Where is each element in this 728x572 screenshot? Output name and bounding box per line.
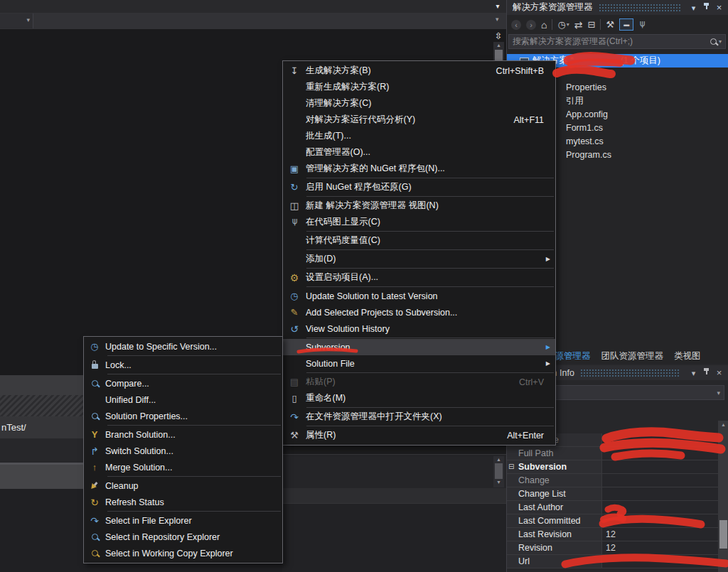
menu-item[interactable]: ▣管理解决方案的 NuGet 程序包(N)... bbox=[283, 161, 555, 177]
chevron-down-icon[interactable]: ▾ bbox=[496, 16, 499, 23]
menu-item-label: 计算代码度量值(C) bbox=[306, 234, 555, 247]
vertical-scrollbar[interactable]: ▲ bbox=[493, 42, 504, 62]
menu-item[interactable]: Solution Properties... bbox=[84, 408, 282, 424]
back-icon[interactable]: ‹ bbox=[511, 20, 521, 30]
menu-separator bbox=[306, 407, 554, 408]
splitter-handle[interactable]: ⇳ bbox=[491, 30, 505, 42]
menu-item[interactable]: ◫新建 解决方案资源管理器 视图(N) bbox=[283, 198, 555, 214]
scroll-thumb[interactable] bbox=[495, 463, 503, 479]
chevron-down-icon[interactable]: ▾ bbox=[492, 1, 503, 11]
property-row[interactable]: Full Path bbox=[507, 447, 718, 460]
menu-item[interactable]: ◷Update Solution to Latest Version bbox=[283, 288, 555, 304]
menu-item[interactable]: ↧生成解决方案(B)Ctrl+Shift+B bbox=[283, 63, 555, 79]
menu-item[interactable]: ↺View Solution History bbox=[283, 320, 555, 337]
menu-separator bbox=[107, 425, 281, 426]
code-structure-icon: ⋔ bbox=[291, 217, 299, 227]
menu-item[interactable]: Solution File▶ bbox=[283, 355, 555, 372]
menu-item[interactable]: 批生成(T)... bbox=[283, 128, 555, 144]
menu-item[interactable]: Subversion▶ bbox=[283, 339, 555, 355]
menu-item[interactable]: Lock... bbox=[84, 357, 282, 373]
grid-scrollbar[interactable]: ▲ bbox=[718, 421, 728, 572]
menu-item[interactable]: ▯重命名(M) bbox=[283, 390, 555, 406]
code-structure-icon[interactable]: ⋔ bbox=[638, 20, 646, 29]
search-icon[interactable]: ▾ bbox=[710, 38, 725, 45]
nuget-restore-icon: ↻ bbox=[291, 183, 299, 192]
collapse-expander-icon[interactable]: ⊟ bbox=[508, 460, 517, 473]
select-repo-icon bbox=[84, 534, 105, 540]
menu-item[interactable]: ⚒属性(R)Alt+Enter bbox=[283, 427, 555, 443]
scroll-thumb[interactable] bbox=[719, 520, 727, 549]
home-icon[interactable]: ⌂ bbox=[541, 20, 547, 30]
show-all-files-icon[interactable]: ▬ bbox=[619, 18, 633, 31]
menu-item[interactable]: ▤粘贴(P)Ctrl+V bbox=[283, 374, 555, 390]
panel-title: 解决方案资源管理器 bbox=[513, 1, 593, 14]
menu-item[interactable]: 重新生成解决方案(R) bbox=[283, 79, 555, 95]
menu-item[interactable]: Unified Diff... bbox=[84, 392, 282, 408]
tab-inactive[interactable]: 团队资源管理器 bbox=[601, 350, 664, 362]
menu-item-label: 设置启动项目(A)... bbox=[306, 271, 555, 284]
menu-item[interactable]: ↻Refresh Status bbox=[84, 494, 282, 510]
property-row[interactable]: Last Author bbox=[507, 501, 718, 514]
menu-item[interactable]: ↻启用 NuGet 程序包还原(G) bbox=[283, 179, 555, 195]
menu-item[interactable]: ✎Add Selected Projects to Subversion... bbox=[283, 304, 555, 320]
menu-item[interactable]: ◷Update to Specific Version... bbox=[84, 338, 282, 355]
scroll-down-icon[interactable]: ▼ bbox=[493, 479, 504, 486]
menu-item[interactable]: ↷在文件资源管理器中打开文件夹(X) bbox=[283, 409, 555, 425]
menu-item[interactable]: 配置管理器(O)... bbox=[283, 144, 555, 161]
menu-item[interactable]: ↷Select in File Explorer bbox=[84, 512, 282, 529]
properties-icon[interactable]: ⚒ bbox=[606, 20, 614, 29]
menu-item[interactable]: ↱Switch Solution... bbox=[84, 443, 282, 459]
property-label: Full Path bbox=[507, 447, 601, 460]
menu-item[interactable]: 计算代码度量值(C) bbox=[283, 232, 555, 249]
property-row[interactable]: Last Committed bbox=[507, 514, 718, 528]
menu-item[interactable]: ⋔在代码图上显示(C) bbox=[283, 214, 555, 230]
lock-icon bbox=[92, 361, 98, 369]
show-all-files-icon: ▬ bbox=[619, 18, 633, 31]
listbox-scrollbar[interactable]: ▲▼ bbox=[493, 456, 504, 487]
pin-icon[interactable] bbox=[701, 1, 712, 14]
property-row[interactable]: ⊟Subversion bbox=[507, 460, 718, 474]
property-row[interactable]: Change bbox=[507, 474, 718, 487]
property-row[interactable]: Last Revision12 bbox=[507, 528, 718, 541]
close-icon[interactable]: × bbox=[714, 1, 724, 14]
solution-explorer-titlebar[interactable]: 解决方案资源管理器 ▾ × bbox=[507, 0, 728, 15]
scroll-thumb[interactable] bbox=[495, 50, 503, 60]
scroll-up-icon[interactable]: ▲ bbox=[493, 456, 504, 463]
menu-item[interactable]: Compare... bbox=[84, 375, 282, 392]
menu-item-label: Select in File Explorer bbox=[105, 516, 282, 526]
menu-item-label: Solution File bbox=[306, 359, 555, 369]
forward-icon[interactable]: › bbox=[526, 20, 536, 30]
pending-changes-filter-icon[interactable]: ◷▾ bbox=[557, 20, 569, 29]
scroll-up-icon[interactable]: ▲ bbox=[493, 42, 504, 49]
chevron-down-icon[interactable]: ▾ bbox=[688, 367, 699, 379]
menu-item[interactable]: YBranch Solution... bbox=[84, 426, 282, 443]
menu-item[interactable]: Select in Working Copy Explorer bbox=[84, 545, 282, 561]
menu-item[interactable]: 对解决方案运行代码分析(Y)Alt+F11 bbox=[283, 112, 555, 128]
menu-item[interactable]: Select in Repository Explorer bbox=[84, 529, 282, 545]
chevron-down-icon[interactable]: ▾ bbox=[688, 1, 699, 14]
menu-item-label: Lock... bbox=[105, 360, 282, 370]
menu-item[interactable]: 添加(D)▶ bbox=[283, 251, 555, 267]
tab-inactive[interactable]: 类视图 bbox=[674, 350, 701, 362]
menu-item[interactable]: ⚙设置启动项目(A)... bbox=[283, 269, 555, 286]
property-row[interactable]: Change List bbox=[507, 487, 718, 501]
collapse-all-icon[interactable]: ⊟ bbox=[588, 20, 596, 29]
solution-properties-icon bbox=[84, 413, 105, 419]
sync-with-active-document-icon[interactable]: ⇄ bbox=[574, 20, 583, 30]
property-row[interactable]: Revision12 bbox=[507, 541, 718, 555]
pin-icon[interactable] bbox=[701, 367, 712, 379]
menu-item-label: Switch Solution... bbox=[105, 446, 282, 456]
property-row[interactable]: Url bbox=[507, 555, 718, 568]
menu-item[interactable]: Cleanup bbox=[84, 477, 282, 494]
menu-item[interactable]: 清理解决方案(C) bbox=[283, 95, 555, 112]
compare-icon bbox=[84, 380, 105, 387]
property-value bbox=[601, 487, 718, 500]
background-panel bbox=[282, 503, 506, 572]
toolbar-dropdown[interactable]: ▾ bbox=[0, 14, 33, 28]
menu-item-label: Select in Working Copy Explorer bbox=[105, 549, 282, 558]
search-input[interactable]: 搜索解决方案资源管理器(Ctrl+;) ▾ bbox=[508, 34, 726, 49]
menu-separator bbox=[306, 178, 554, 178]
scroll-up-icon[interactable]: ▲ bbox=[718, 421, 728, 429]
close-icon[interactable]: × bbox=[714, 367, 724, 379]
menu-item[interactable]: ↑Merge Solution... bbox=[84, 459, 282, 475]
